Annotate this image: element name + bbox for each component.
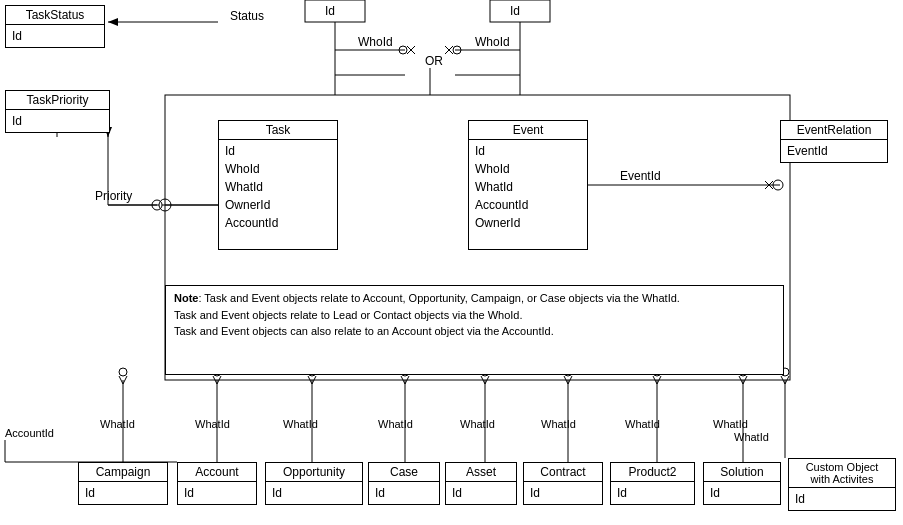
account-title: Account (178, 463, 256, 482)
eventrelation-fields: EventId (781, 140, 887, 162)
svg-text:WhatId: WhatId (713, 418, 748, 430)
task-entity: Task IdWhoIdWhatIdOwnerIdAccountId (218, 120, 338, 250)
task-fields: IdWhoIdWhatIdOwnerIdAccountId (219, 140, 337, 234)
asset-entity: Asset Id (445, 462, 517, 505)
contract-title: Contract (524, 463, 602, 482)
account-fields: Id (178, 482, 256, 504)
campaign-title: Campaign (79, 463, 167, 482)
svg-text:WhatId: WhatId (734, 431, 769, 443)
case-title: Case (369, 463, 439, 482)
opportunity-entity: Opportunity Id (265, 462, 363, 505)
svg-text:WhoId: WhoId (358, 35, 393, 49)
solution-entity: Solution Id (703, 462, 781, 505)
svg-marker-5 (108, 18, 118, 26)
svg-text:Status: Status (230, 9, 264, 23)
opportunity-title: Opportunity (266, 463, 362, 482)
task-title: Task (219, 121, 337, 140)
svg-text:Id: Id (510, 4, 520, 18)
svg-text:WhatId: WhatId (541, 418, 576, 430)
campaign-fields: Id (79, 482, 167, 504)
svg-text:WhatId: WhatId (625, 418, 660, 430)
account-entity: Account Id (177, 462, 257, 505)
product2-title: Product2 (611, 463, 694, 482)
taskpriority-title: TaskPriority (6, 91, 109, 110)
asset-fields: Id (446, 482, 516, 504)
customobject-fields: Id (789, 488, 895, 510)
eventrelation-title: EventRelation (781, 121, 887, 140)
contract-fields: Id (524, 482, 602, 504)
svg-text:WhatId: WhatId (378, 418, 413, 430)
product2-fields: Id (611, 482, 694, 504)
note-text: Note: Task and Event objects relate to A… (174, 292, 680, 337)
customobject-entity: Custom Objectwith Activites Id (788, 458, 896, 511)
contract-entity: Contract Id (523, 462, 603, 505)
campaign-entity: Campaign Id (78, 462, 168, 505)
eventrelation-entity: EventRelation EventId (780, 120, 888, 163)
asset-title: Asset (446, 463, 516, 482)
taskstatus-title: TaskStatus (6, 6, 104, 25)
taskpriority-entity: TaskPriority Id (5, 90, 110, 133)
svg-text:WhatId: WhatId (460, 418, 495, 430)
svg-text:WhatId: WhatId (195, 418, 230, 430)
diagram-svg: Id Id Status WhoId WhoId OR (0, 0, 903, 525)
svg-text:Priority: Priority (95, 189, 132, 203)
svg-text:WhatId: WhatId (100, 418, 135, 430)
event-title: Event (469, 121, 587, 140)
svg-text:EventId: EventId (620, 169, 661, 183)
product2-entity: Product2 Id (610, 462, 695, 505)
svg-line-41 (119, 376, 123, 384)
taskstatus-entity: TaskStatus Id (5, 5, 105, 48)
customobject-title: Custom Objectwith Activites (789, 459, 895, 488)
case-fields: Id (369, 482, 439, 504)
taskpriority-fields: Id (6, 110, 109, 132)
svg-text:WhoId: WhoId (475, 35, 510, 49)
diagram-container: Id Id Status WhoId WhoId OR (0, 0, 903, 525)
svg-text:OR: OR (425, 54, 443, 68)
taskstatus-fields: Id (6, 25, 104, 47)
event-entity: Event IdWhoIdWhatIdAccountIdOwnerId (468, 120, 588, 250)
event-fields: IdWhoIdWhatIdAccountIdOwnerId (469, 140, 587, 234)
solution-title: Solution (704, 463, 780, 482)
note-box: Note: Task and Event objects relate to A… (165, 285, 784, 375)
svg-line-42 (123, 376, 127, 384)
svg-text:Id: Id (325, 4, 335, 18)
case-entity: Case Id (368, 462, 440, 505)
solution-fields: Id (704, 482, 780, 504)
opportunity-fields: Id (266, 482, 362, 504)
svg-text:AccountId: AccountId (5, 427, 54, 439)
svg-text:WhatId: WhatId (283, 418, 318, 430)
svg-point-43 (119, 368, 127, 376)
